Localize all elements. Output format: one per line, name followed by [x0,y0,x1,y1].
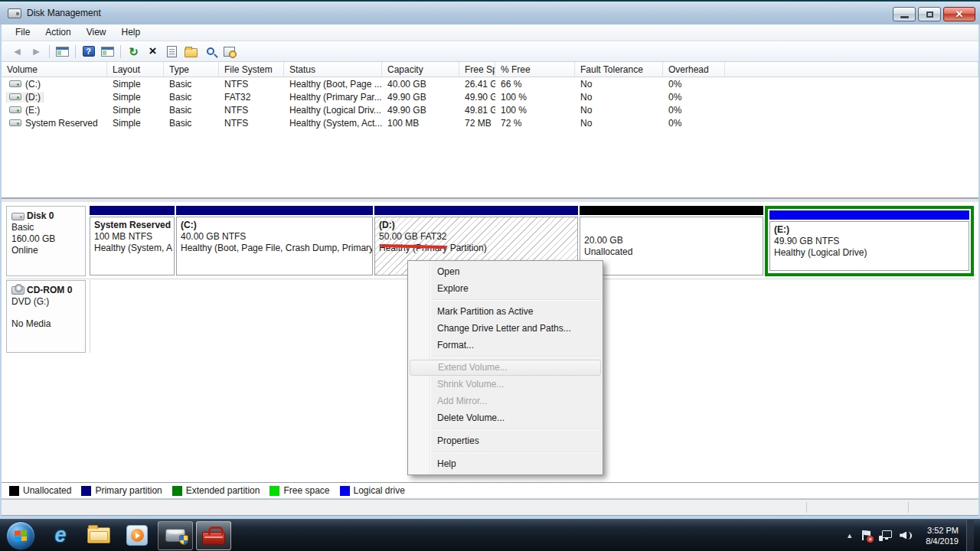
volume-name: (E:) [25,105,40,116]
media-player-icon [126,525,148,546]
windows-logo-icon [15,530,27,541]
cdrom-icon [11,286,24,295]
back-button[interactable]: ◄ [8,43,27,60]
show-console-tree-button[interactable] [53,43,72,60]
open-button[interactable] [181,43,201,60]
table-row-volume-d[interactable]: (D:) Simple Basic FAT32 Healthy (Primary… [2,90,978,103]
legend-swatch-primary [81,486,91,496]
folder-icon [87,527,110,543]
context-menu-help[interactable]: Help [408,455,603,472]
forward-button[interactable]: ► [27,43,46,60]
column-header-free-space[interactable]: Free Spa... [459,62,495,77]
taskbar-file-explorer[interactable] [81,521,116,550]
cell-capacity: 40.00 GB [382,79,459,90]
minimize-button[interactable] [893,7,916,21]
cell-layout: Simple [107,118,164,129]
disk-icon [11,213,24,220]
table-row-volume-c[interactable]: (C:) Simple Basic NTFS Healthy (Boot, Pa… [2,77,978,90]
cell-status: Healthy (Logical Driv... [284,105,382,116]
menu-file[interactable]: File [8,24,38,41]
table-row-volume-e[interactable]: (E:) Simple Basic NTFS Healthy (Logical … [2,103,978,116]
delete-button[interactable]: × [143,43,162,60]
show-hidden-icons-button[interactable]: ▲ [846,532,853,540]
partition-size: 20.00 GB [584,235,759,246]
taskbar-disk-management[interactable] [158,521,193,550]
close-button[interactable]: ✕ [943,7,975,21]
disk0-label-panel[interactable]: Disk 0 Basic 160.00 GB Online [6,206,86,276]
column-header-capacity[interactable]: Capacity [382,62,459,77]
volume-icon [9,119,21,126]
cell-overhead: 0% [663,92,725,103]
context-menu-format[interactable]: Format... [408,337,603,354]
toolbar-separator [120,45,121,58]
menu-help[interactable]: Help [114,24,149,41]
manage-computer-icon [224,47,235,57]
minimize-icon [900,16,909,18]
volume-name: (C:) [25,79,41,90]
partition-title: System Reserved [94,220,170,231]
column-header-overhead[interactable]: Overhead [663,62,725,77]
show-action-pane-button[interactable] [98,43,117,60]
context-menu-change-drive-letter[interactable]: Change Drive Letter and Paths... [408,320,603,337]
legend-label: Free space [283,485,329,496]
taskbar-internet-explorer[interactable]: e [43,521,78,550]
column-header-volume[interactable]: Volume [2,62,107,77]
refresh-button[interactable]: ↻ [124,43,143,60]
partition-title: (C:) [181,220,368,231]
action-center-icon[interactable]: × [861,530,871,541]
find-button[interactable] [201,43,220,60]
network-status-icon[interactable] [879,530,892,541]
cdrom0-label-panel[interactable]: CD-ROM 0 DVD (G:) No Media [6,280,86,353]
column-header-type[interactable]: Type [164,62,219,77]
partition-e[interactable]: (E:) 49.90 GB NTFS Healthy (Logical Driv… [765,206,974,276]
partition-unallocated[interactable]: 20.00 GB Unallocated [580,206,763,276]
refresh-icon: ↻ [129,46,139,57]
volume-icon [9,93,21,100]
close-icon: ✕ [956,9,964,19]
partition-type-bar [374,206,578,215]
legend-label: Unallocated [23,485,71,496]
cell-overhead: 0% [663,79,725,90]
menu-bar: File Action View Help [2,24,978,41]
legend-bar: Unallocated Primary partition Extended p… [2,482,978,498]
cell-fault-tolerance: No [575,118,663,129]
start-button[interactable] [6,521,35,550]
properties-button[interactable] [162,43,181,60]
volume-icon [9,106,21,113]
context-menu-delete-volume[interactable]: Delete Volume... [408,409,603,426]
menu-action[interactable]: Action [38,24,78,41]
context-menu-properties[interactable]: Properties [408,432,603,449]
cell-overhead: 0% [663,118,725,129]
cell-status: Healthy (Primary Par... [284,92,382,103]
taskbar-clock[interactable]: 3:52 PM 8/4/2019 [921,525,959,546]
system-tray: ▲ × 3:52 PM 8/4/2019 [846,520,980,551]
taskbar-toolbox-app[interactable] [196,521,231,550]
disk-management-icon [165,529,185,542]
context-menu-open[interactable]: Open [408,263,603,280]
context-menu-explore[interactable]: Explore [408,280,603,297]
restore-icon [926,11,933,18]
partition-system-reserved[interactable]: System Reserved 100 MB NTFS Healthy (Sys… [90,206,175,276]
disk0-name: Disk 0 [27,210,54,222]
action-pane-icon [101,47,114,57]
menu-view[interactable]: View [79,24,114,41]
legend-unallocated: Unallocated [9,485,71,496]
cell-layout: Simple [107,92,164,103]
restore-button[interactable] [918,7,941,21]
volume-icon[interactable] [900,530,913,541]
manage-computer-button[interactable] [220,43,239,60]
partition-type-bar [580,206,763,215]
column-header-pct-free[interactable]: % Free [495,62,575,77]
help-button[interactable]: ? [79,43,98,60]
column-header-fault-tolerance[interactable]: Fault Tolerance [575,62,663,77]
column-header-layout[interactable]: Layout [107,62,164,77]
context-menu-shrink-volume: Shrink Volume... [408,376,603,393]
column-header-status[interactable]: Status [284,62,382,77]
context-menu-mark-partition-active[interactable]: Mark Partition as Active [408,303,603,320]
taskbar-media-player[interactable] [119,521,155,550]
show-desktop-button[interactable] [966,520,974,551]
column-header-file-system[interactable]: File System [219,62,284,77]
partition-c[interactable]: (C:) 40.00 GB NTFS Healthy (Boot, Page F… [176,206,373,276]
table-row-system-reserved[interactable]: System Reserved Simple Basic NTFS Health… [2,116,978,129]
partition-title: (D:) [379,220,573,231]
